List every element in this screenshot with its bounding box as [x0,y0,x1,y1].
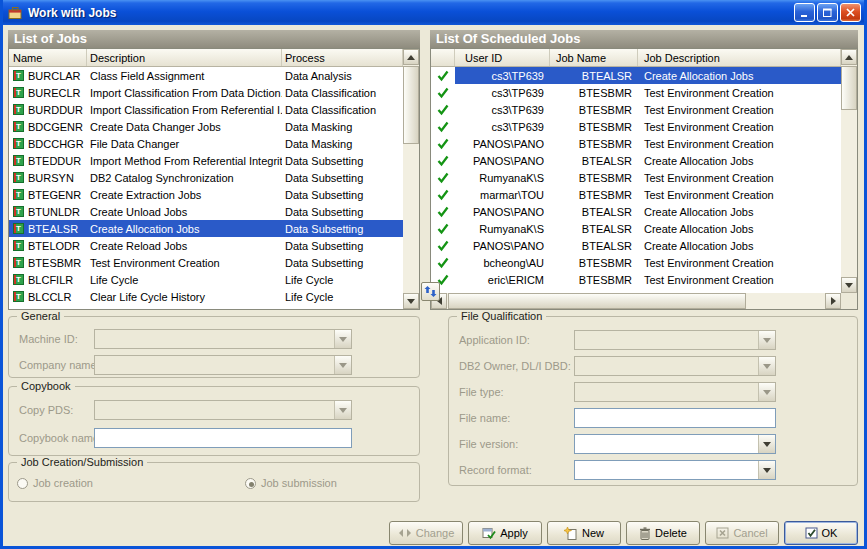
column-header-process[interactable]: Process [282,49,403,66]
scheduled-job-row[interactable]: cs3\TP639 BTESBMR Test Environment Creat… [431,118,841,135]
dropdown-arrow-icon[interactable] [758,461,775,479]
job-creation-radio: Job creation [17,477,93,489]
job-creation-radio-label: Job creation [33,477,93,489]
scheduled-user-id: PANOS\PANO [455,203,550,220]
job-row[interactable]: T BTEGENR Create Extraction Jobs Data Su… [9,186,403,203]
job-row[interactable]: T BTEDDUR Import Method From Referential… [9,152,403,169]
copybook-name-label: Copybook name: [19,428,102,448]
record-format-combo[interactable] [574,460,776,480]
job-type-icon: T [13,87,24,98]
titlebar[interactable]: Work with Jobs [3,0,864,25]
application-id-label: Application ID: [459,330,530,350]
job-description: DB2 Catalog Synchronization [87,169,282,186]
transfer-job-button[interactable] [421,282,440,301]
job-row[interactable]: T BURCLAR Class Field Assignment Data An… [9,67,403,84]
scheduled-job-row[interactable]: eric\ERICM BTESBMR Test Environment Crea… [431,271,841,288]
job-row[interactable]: T BLCCLR Clear Life Cycle History Life C… [9,288,403,305]
column-header-user-id[interactable]: User ID [455,49,550,66]
scheduled-job-row[interactable]: marmar\TOU BTESBMR Test Environment Crea… [431,186,841,203]
delete-button[interactable]: Delete [626,521,700,545]
check-icon [437,87,449,99]
jobs-list: Name Description Process T BURCLAR Class… [8,48,420,310]
column-header-name[interactable]: Name [9,49,87,66]
job-row[interactable]: T BTEALSR Create Allocation Jobs Data Su… [9,220,403,237]
scheduled-job-row[interactable]: PANOS\PANO BTEALSR Create Allocation Job… [431,237,841,254]
scroll-right-button[interactable] [825,293,841,309]
job-row[interactable]: T BURSYN DB2 Catalog Synchronization Dat… [9,169,403,186]
scheduled-job-row[interactable]: PANOS\PANO BTESBMR Test Environment Crea… [431,135,841,152]
minimize-button[interactable] [794,3,815,22]
scheduled-job-name: BTESBMR [550,254,638,271]
file-type-label: File type: [459,382,504,402]
dropdown-arrow-icon[interactable] [758,435,775,453]
new-button[interactable]: New [547,521,621,545]
job-row[interactable]: T BTUNLDR Create Unload Jobs Data Subset… [9,203,403,220]
scheduled-vertical-scrollbar[interactable] [841,49,857,293]
job-name: BURECLR [28,87,81,99]
scheduled-job-row[interactable]: PANOS\PANO BTEALSR Create Allocation Job… [431,152,841,169]
job-process: Data Classification [282,101,403,118]
job-type-icon: T [13,223,24,234]
window-title: Work with Jobs [28,6,116,20]
scheduled-job-row[interactable]: cs3\TP639 BTESBMR Test Environment Creat… [431,84,841,101]
scheduled-job-name: BTESBMR [550,186,638,203]
change-button: Change [389,521,463,545]
scheduled-job-description: Test Environment Creation [638,254,841,271]
file-qualification-group: File Qualification Application ID: DB2 O… [448,316,858,486]
column-header-job-name[interactable]: Job Name [550,49,638,66]
job-row[interactable]: T BDCCHGR File Data Changer Data Masking [9,135,403,152]
scheduled-job-row[interactable]: cs3\TP639 BTESBMR Test Environment Creat… [431,101,841,118]
job-description: Create Allocation Jobs [87,220,282,237]
file-version-combo[interactable] [574,434,776,454]
job-row[interactable]: T BLCFILR Life Cycle Life Cycle [9,271,403,288]
apply-button[interactable]: Apply [468,521,542,545]
window-icon [8,6,23,20]
scroll-thumb[interactable] [403,66,419,144]
scheduled-job-row[interactable]: RumyanaK\S BTEALSR Create Allocation Job… [431,220,841,237]
dropdown-arrow-icon [758,383,775,401]
scroll-up-button[interactable] [403,49,419,65]
job-name: BTUNLDR [28,206,80,218]
machine-id-label: Machine ID: [19,329,78,349]
scheduled-horizontal-scrollbar[interactable] [431,293,841,309]
job-type-icon: T [13,206,24,217]
job-row[interactable]: T BDCGENR Create Data Changer Jobs Data … [9,118,403,135]
scheduled-job-row[interactable]: bcheong\AU BTESBMR Test Environment Crea… [431,254,841,271]
apply-icon [482,527,496,540]
scroll-up-button[interactable] [841,49,857,65]
job-name: BURDDUR [28,104,83,116]
job-name: BURSYN [28,172,74,184]
column-header-description[interactable]: Description [87,49,282,66]
ok-button[interactable]: OK [784,521,858,545]
column-header-job-description[interactable]: Job Description [638,49,841,66]
close-button[interactable] [840,3,861,22]
check-icon [437,121,449,133]
maximize-button[interactable] [817,3,838,22]
job-name: BTELODR [28,240,80,252]
job-row[interactable]: T BURDDUR Import Classification From Ref… [9,101,403,118]
jobs-vertical-scrollbar[interactable] [403,49,419,309]
machine-id-combo [94,329,352,349]
scheduled-job-row[interactable]: PANOS\PANO BTEALSR Create Allocation Job… [431,203,841,220]
job-row[interactable]: T BTESBMR Test Environment Creation Data… [9,254,403,271]
scheduled-job-description: Test Environment Creation [638,271,841,288]
scheduled-job-name: BTESBMR [550,84,638,101]
scroll-down-button[interactable] [403,293,419,309]
scroll-thumb[interactable] [841,66,857,110]
scroll-down-button[interactable] [841,277,857,293]
job-row[interactable]: T BTELODR Create Reload Jobs Data Subset… [9,237,403,254]
dialog-client-area: List of Jobs List Of Scheduled Jobs Name… [3,25,864,546]
job-description: Clear Life Cycle History [87,288,282,305]
scheduled-job-row[interactable]: cs3\TP639 BTEALSR Create Allocation Jobs [431,67,841,84]
file-name-input[interactable] [574,408,776,428]
scheduled-job-row[interactable]: RumyanaK\S BTESBMR Test Environment Crea… [431,169,841,186]
job-row[interactable]: T BURECLR Import Classification From Dat… [9,84,403,101]
job-type-icon: T [13,70,24,81]
file-version-label: File version: [459,434,518,454]
job-type-icon: T [13,274,24,285]
copybook-name-input[interactable] [94,428,352,448]
scheduled-user-id: bcheong\AU [455,254,550,271]
scroll-thumb[interactable] [448,293,746,309]
column-header-status[interactable] [431,49,455,66]
scheduled-job-description: Test Environment Creation [638,84,841,101]
